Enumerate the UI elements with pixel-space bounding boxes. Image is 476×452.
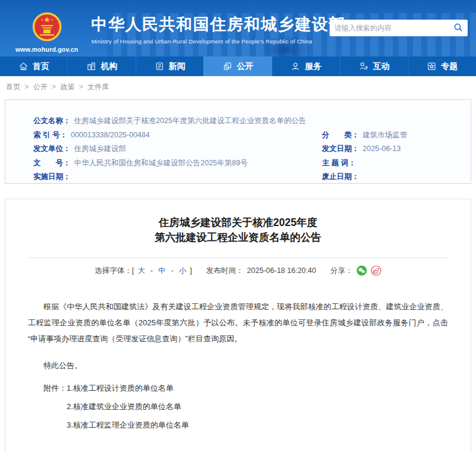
article-title: 住房城乡建设部关于核准2025年度 第六批建设工程企业资质名单的公告 (5, 215, 471, 245)
doc-number-label: 文 号： (33, 156, 71, 171)
info-row: 实施日期： 废止日期： (33, 170, 459, 184)
article-title-line1: 住房城乡建设部关于核准2025年度 (5, 215, 471, 230)
share-label: 分享： (330, 266, 353, 276)
font-size-medium-button[interactable]: 中 (158, 266, 166, 276)
article-panel: 住房城乡建设部关于核准2025年度 第六批建设工程企业资质名单的公告 选择字体：… (5, 199, 471, 452)
doc-name-value: 住房城乡建设部关于核准2025年度第六批建设工程企业资质名单的公告 (74, 114, 306, 128)
title-divider (29, 258, 447, 258)
issuing-unit-value: 住房城乡建设部 (74, 142, 127, 156)
home-icon (18, 61, 29, 71)
site-header: www.mohurd.gov.cn 中华人民共和国住房和城乡建设部 Minist… (0, 0, 476, 56)
repeal-date-label: 废止日期： (322, 170, 359, 184)
breadcrumb-item-library[interactable]: 文件库 (87, 83, 109, 91)
weibo-share-icon[interactable] (371, 265, 381, 276)
search-button[interactable] (449, 20, 468, 36)
document-info-panel: 公文名称： 住房城乡建设部关于核准2025年度第六批建设工程企业资质名单的公告 … (5, 99, 471, 184)
topic-icon (427, 61, 437, 71)
attachments-block: 附件： 1.核准工程设计资质的单位名单 2.核准建筑业企业资质的单位名单 3.核… (43, 383, 448, 430)
search-input[interactable] (330, 24, 449, 32)
info-row: 索 引 号： 000013338/2025-00484 分 类： 建筑市场监管 (33, 128, 459, 143)
publish-time-value: 2025-06-18 16:20:40 (247, 266, 316, 275)
publish-time-label: 发布时间： (206, 266, 244, 276)
national-emblem-icon (32, 12, 62, 44)
breadcrumb-separator: > (52, 83, 56, 91)
attachment-link-3[interactable]: 3.核准工程监理企业资质的单位名单 (67, 420, 189, 430)
site-subtitle: Ministry of Housing and Urban-Rural Deve… (91, 38, 346, 45)
attachment-link-1[interactable]: 1.核准工程设计资质的单位名单 (67, 383, 189, 393)
nav-item-home[interactable]: 首页 (0, 56, 67, 76)
interaction-icon (359, 61, 369, 71)
attachment-link-2[interactable]: 2.核准建筑业企业资质的单位名单 (67, 401, 189, 412)
nav-label: 机构 (101, 61, 117, 72)
nav-label: 公开 (237, 61, 253, 72)
index-number-label: 索 引 号： (33, 128, 67, 143)
subject-words-label: 主 题 词： (322, 156, 356, 171)
nav-item-organization[interactable]: 机构 (67, 56, 135, 76)
news-icon (155, 61, 165, 71)
issue-date-label: 发文日期： (322, 142, 359, 156)
doc-name-label: 公文名称： (33, 114, 71, 128)
search-box[interactable] (330, 20, 468, 36)
info-row-name: 公文名称： 住房城乡建设部关于核准2025年度第六批建设工程企业资质名单的公告 (33, 114, 459, 128)
wechat-share-icon[interactable] (356, 265, 367, 276)
issue-date-value: 2025-06-13 (363, 142, 401, 156)
nav-item-topic[interactable]: 专题 (408, 56, 476, 76)
nav-label: 专题 (441, 61, 458, 72)
nav-item-disclosure[interactable]: 公开 (203, 56, 271, 76)
issuing-unit-label: 发文单位： (33, 142, 71, 156)
article-paragraph: 根据《中华人民共和国建筑法》及有关建设工程企业资质管理规定，现将我部核准的工程设… (28, 299, 448, 347)
nav-item-news[interactable]: 新闻 (136, 56, 203, 76)
nav-label: 互动 (373, 61, 390, 72)
font-size-small-button[interactable]: 小 (179, 266, 187, 276)
breadcrumb-separator: > (24, 83, 29, 91)
breadcrumb-item-home[interactable]: 首页 (6, 83, 20, 91)
organization-icon (86, 61, 96, 71)
attachments-label: 附件： (43, 383, 67, 430)
site-title: 中华人民共和国住房和城乡建设部 (91, 14, 346, 34)
font-size-separator: - (151, 266, 153, 275)
breadcrumb: 首页 > 公开 > 政策 > 文件库 (0, 76, 476, 97)
nav-label: 新闻 (169, 61, 186, 72)
site-url: www.mohurd.gov.cn (15, 46, 78, 53)
service-icon (290, 61, 300, 71)
disclosure-icon (223, 61, 233, 71)
breadcrumb-item-policy[interactable]: 政策 (60, 83, 74, 91)
nav-label: 服务 (305, 61, 321, 72)
nav-item-service[interactable]: 服务 (272, 56, 340, 76)
font-selector-label: 选择字体：[ (95, 266, 134, 276)
category-value: 建筑市场监管 (363, 128, 408, 143)
article-meta-row: 选择字体：[ 大 - 中 - 小 ] 发布时间： 2025-06-18 16:2… (5, 265, 471, 276)
article-title-line2: 第六批建设工程企业资质名单的公告 (5, 230, 471, 245)
info-row: 发文单位： 住房城乡建设部 发文日期： 2025-06-13 (33, 142, 459, 156)
article-paragraph-notice: 特此公告。 (28, 357, 448, 373)
font-size-large-button[interactable]: 大 (137, 266, 145, 276)
nav-item-interaction[interactable]: 互动 (340, 56, 408, 76)
font-selector-close-bracket: ] (190, 266, 192, 275)
search-icon (453, 23, 463, 34)
effective-date-label: 实施日期： (33, 170, 71, 184)
breadcrumb-item-disclosure[interactable]: 公开 (33, 83, 48, 91)
info-row: 文 号： 中华人民共和国住房和城乡建设部公告2025年第89号 主 题 词： (33, 156, 459, 171)
breadcrumb-separator: > (79, 83, 83, 91)
category-label: 分 类： (322, 128, 359, 143)
article-body: 根据《中华人民共和国建筑法》及有关建设工程企业资质管理规定，现将我部核准的工程设… (5, 299, 471, 452)
font-size-separator: - (171, 266, 173, 275)
doc-number-value: 中华人民共和国住房和城乡建设部公告2025年第89号 (74, 156, 248, 171)
nav-label: 首页 (33, 61, 49, 72)
main-nav: 首页 机构 新闻 公开 服务 (0, 56, 476, 76)
index-number-value: 000013338/2025-00484 (71, 128, 150, 143)
